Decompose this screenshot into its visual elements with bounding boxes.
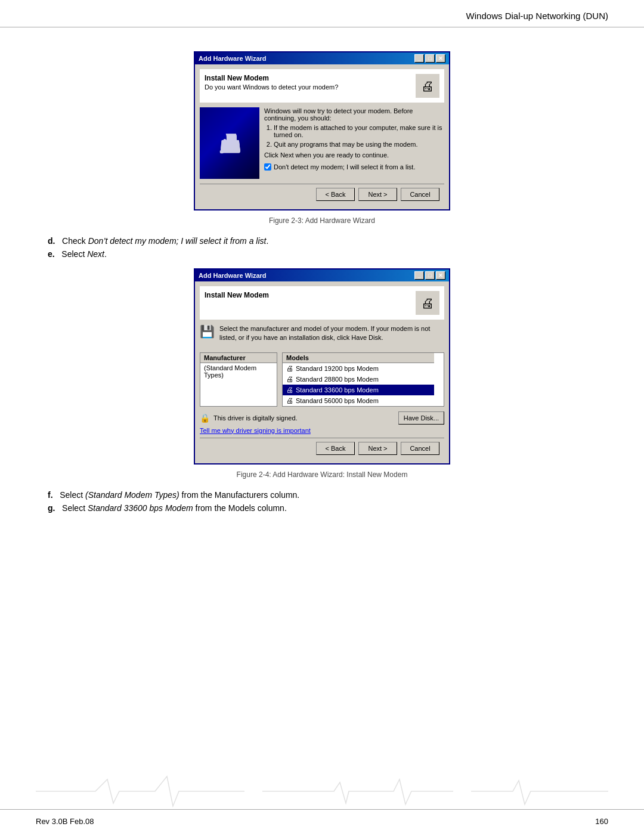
- dialog1-header-icon: 🖨: [416, 74, 439, 98]
- dialog2-intro-row: 💾 Select the manufacturer and model of y…: [200, 324, 444, 348]
- model-label-56000: Standard 56000 bps Modem: [296, 397, 379, 404]
- model-icon-28800: 🖨: [286, 375, 293, 383]
- svg-text:🖨: 🖨: [421, 296, 434, 311]
- dialog2-cancel-button[interactable]: Cancel: [401, 442, 439, 455]
- dialog2-titlebar: Add Hardware Wizard _ □ ✕: [195, 270, 449, 281]
- instruction-f-suffix: from the Manufacturers column.: [179, 490, 300, 500]
- manufacturer-item-standard[interactable]: (Standard Modem Types): [200, 363, 277, 380]
- driver-info: 🔒 This driver is digitally signed.: [200, 413, 298, 423]
- model-item-56000[interactable]: 🖨 Standard 56000 bps Modem: [283, 395, 434, 406]
- figure1-caption: Figure 2-3: Add Hardware Wizard: [36, 216, 608, 225]
- driver-icon: 🔒: [200, 413, 210, 423]
- dialog1-titlebar-buttons: _ □ ✕: [414, 54, 445, 63]
- dialog1-next-button[interactable]: Next >: [358, 188, 397, 201]
- manufacturer-listbox[interactable]: Manufacturer (Standard Modem Types): [200, 352, 277, 407]
- model-label-28800: Standard 28800 bps Modem: [296, 376, 379, 383]
- dialog1-click-text: Click Next when you are ready to continu…: [264, 151, 444, 159]
- dialog1-back-button[interactable]: < Back: [316, 188, 355, 201]
- dialog2-modem-icon: 💾: [200, 324, 215, 339]
- dont-detect-checkbox[interactable]: [264, 163, 271, 171]
- dialog2-next-button[interactable]: Next >: [358, 442, 397, 455]
- figure2-dialog: Add Hardware Wizard _ □ ✕ Install New Mo…: [194, 268, 450, 465]
- figure1-wrapper: Add Hardware Wizard _ □ ✕ Install New Mo…: [36, 51, 608, 210]
- figure1-dialog: Add Hardware Wizard _ □ ✕ Install New Mo…: [194, 51, 450, 210]
- driver-section: 🔒 This driver is digitally signed. Have …: [200, 411, 444, 425]
- dialog1-step1: If the modem is attached to your compute…: [274, 124, 444, 138]
- manufacturer-item-label: (Standard Modem Types): [204, 364, 273, 379]
- ekg-decoration: [36, 773, 608, 809]
- footer-revision: Rev 3.0B Feb.08: [36, 817, 94, 826]
- driver-signed-text: This driver is digitally signed.: [213, 414, 298, 422]
- driver-link-row: Tell me why driver signing is important: [200, 427, 444, 434]
- dialog1-section-title: Install New Modem: [205, 74, 338, 82]
- dialog2-title-text: Install New Modem: [205, 291, 269, 301]
- dialog1-checkbox-row: Don't detect my modem; I will select it …: [264, 163, 444, 171]
- dialog1-footer: < Back Next > Cancel: [200, 184, 444, 205]
- instruction-g-letter: g.: [48, 503, 55, 513]
- model-icon-33600: 🖨: [286, 386, 293, 394]
- dialog2-header-icon: 🖨: [416, 291, 439, 315]
- instruction-g-italic: Standard 33600 bps Modem: [88, 503, 193, 513]
- dialog2-maximize-btn[interactable]: □: [425, 271, 435, 280]
- dialog2-section-title: Install New Modem: [205, 291, 269, 299]
- driver-signing-link[interactable]: Tell me why driver signing is important: [200, 427, 311, 434]
- dialog1-titlebar: Add Hardware Wizard _ □ ✕: [195, 52, 449, 64]
- instruction-d-block: d. Check Don’t detect my modem; I will s…: [36, 234, 608, 261]
- model-item-28800[interactable]: 🖨 Standard 28800 bps Modem: [283, 374, 434, 385]
- dialog1-minimize-btn[interactable]: _: [414, 54, 424, 63]
- instruction-d-italic: Don’t detect my modem; I will select it …: [88, 236, 267, 246]
- instruction-d-text: d. Check Don’t detect my modem; I will s…: [48, 234, 608, 247]
- dont-detect-label: Don't detect my modem; I will select it …: [274, 163, 415, 171]
- dialog2-back-button[interactable]: < Back: [316, 442, 355, 455]
- figure2-wrapper: Add Hardware Wizard _ □ ✕ Install New Mo…: [36, 268, 608, 465]
- dialog2-intro-text: Select the manufacturer and model of you…: [219, 324, 444, 343]
- dialog1-cancel-button[interactable]: Cancel: [401, 188, 439, 201]
- dialog2-header-section: Install New Modem 🖨: [200, 286, 444, 320]
- manufacturer-header: Manufacturer: [200, 353, 277, 363]
- footer-page-number: 160: [595, 817, 608, 826]
- dialog1-main-content: Windows will now try to detect your mode…: [200, 107, 444, 179]
- dialog1-step2: Quit any programs that may be using the …: [274, 141, 444, 148]
- dialog2-titlebar-buttons: _ □ ✕: [414, 271, 445, 280]
- dialog1-header-section: Install New Modem Do you want Windows to…: [200, 69, 444, 103]
- instruction-e-letter: e.: [48, 249, 55, 259]
- instruction-f-letter: f.: [48, 490, 53, 500]
- dialog2-footer: < Back Next > Cancel: [200, 438, 444, 459]
- model-label-19200: Standard 19200 bps Modem: [296, 365, 379, 372]
- model-item-19200[interactable]: 🖨 Standard 19200 bps Modem: [283, 363, 434, 374]
- dialog1-body-text: Windows will now try to detect your mode…: [264, 107, 444, 122]
- have-disk-button[interactable]: Have Disk...: [398, 411, 444, 425]
- figure2-caption: Figure 2-4: Add Hardware Wizard: Install…: [36, 470, 608, 479]
- instruction-d-letter: d.: [48, 236, 55, 246]
- instruction-e-italic: Next: [87, 249, 104, 259]
- model-icon-19200: 🖨: [286, 364, 293, 373]
- models-header: Models: [283, 353, 434, 363]
- instruction-g-text: g. Select Standard 33600 bps Modem from …: [48, 501, 608, 515]
- instruction-f-italic: (Standard Modem Types): [85, 490, 179, 500]
- model-label-33600: Standard 33600 bps Modem: [296, 386, 379, 394]
- dialog1-maximize-btn[interactable]: □: [425, 54, 435, 63]
- page-header: Windows Dial-up Networking (DUN): [0, 0, 644, 27]
- instruction-e-text: e. Select Next.: [48, 247, 608, 261]
- dialog1-text-panel: Windows will now try to detect your mode…: [264, 107, 444, 179]
- page-footer: Rev 3.0B Feb.08 160: [0, 809, 644, 833]
- dialog2-minimize-btn[interactable]: _: [414, 271, 424, 280]
- svg-text:🖨: 🖨: [421, 79, 434, 94]
- instruction-f-text: f. Select (Standard Modem Types) from th…: [48, 488, 608, 501]
- dialog1-title: Add Hardware Wizard: [199, 55, 267, 62]
- instruction-g-suffix: from the Models column.: [193, 503, 287, 513]
- page-title: Windows Dial-up Networking (DUN): [466, 11, 608, 21]
- instruction-e-suffix: .: [104, 249, 107, 259]
- dialog1-title-text: Install New Modem Do you want Windows to…: [205, 74, 338, 91]
- model-icon-56000: 🖨: [286, 397, 293, 405]
- dialog1-image-panel: [200, 107, 259, 179]
- instruction-d-suffix: .: [266, 236, 268, 246]
- dialog1-section-subtitle: Do you want Windows to detect your modem…: [205, 83, 338, 91]
- dialog1-close-btn[interactable]: ✕: [436, 54, 445, 63]
- model-item-33600[interactable]: 🖨 Standard 33600 bps Modem: [283, 385, 434, 395]
- dialog2-list-section: Manufacturer (Standard Modem Types) Mode…: [200, 352, 444, 407]
- dialog2-title: Add Hardware Wizard: [199, 272, 267, 279]
- dialog2-close-btn[interactable]: ✕: [436, 271, 445, 280]
- models-listbox[interactable]: Models 🖨 Standard 19200 bps Modem 🖨 Stan…: [282, 352, 444, 407]
- instruction-f-block: f. Select (Standard Modem Types) from th…: [36, 488, 608, 515]
